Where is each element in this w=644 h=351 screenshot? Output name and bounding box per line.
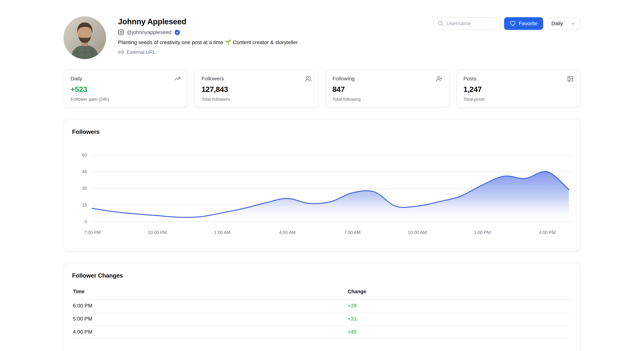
external-url-row: External URL [118,49,298,55]
svg-text:10:00 PM: 10:00 PM [148,230,167,235]
username-search [434,17,500,30]
cell-change: +31 [347,312,572,325]
table-row: 6:00 PM +28 [72,299,572,312]
table-title: Follower Changes [72,272,572,279]
svg-text:4:00 AM: 4:00 AM [279,230,296,235]
stat-sublabel: Total followers [202,97,312,102]
svg-text:0: 0 [84,219,87,224]
profile-bio: Planting seeds of creativity one post at… [118,39,298,46]
svg-text:1:00 AM: 1:00 AM [214,230,230,235]
svg-text:1:00 PM: 1:00 PM [474,230,490,235]
page-container: Johnny Appleseed @johnnyappleseed [64,0,580,351]
favorite-button[interactable]: Favorite [504,17,543,30]
search-icon [438,20,444,28]
cell-change: +45 [347,325,572,338]
stat-sublabel: Total following [332,97,442,102]
stat-sublabel: Total posts [464,97,574,102]
svg-text:15: 15 [82,202,87,207]
cell-change: +28 [347,299,572,312]
header-controls: Favorite Daily [434,17,580,30]
heart-icon [510,21,516,27]
chart-title: Followers [72,128,572,135]
stat-label: Posts [464,76,476,82]
svg-text:7:00 AM: 7:00 AM [344,230,360,235]
avatar [64,17,106,59]
external-url-link[interactable]: External URL [127,49,156,55]
table-row: 4:00 PM +45 [72,325,572,338]
follower-changes-table: Time Change 6:00 PM +28 5:00 PM +31 4:00… [72,289,572,339]
profile-info: Johnny Appleseed @johnnyappleseed [118,17,298,59]
chevron-down-icon [570,21,576,27]
link-icon [118,49,124,55]
profile-name: Johnny Appleseed [118,17,298,26]
column-header-change: Change [347,289,572,299]
profile-block: Johnny Appleseed @johnnyappleseed [64,17,298,59]
username-search-input[interactable] [434,17,500,30]
svg-text:4:00 PM: 4:00 PM [539,230,556,235]
image-icon [567,76,574,82]
cell-time: 6:00 PM [72,299,347,312]
user-plus-icon [436,76,442,82]
profile-handle-row: @johnnyappleseed [118,29,298,36]
table-row: 5:00 PM +31 [72,312,572,325]
stat-card-posts: Posts 1,247 Total posts [456,70,580,108]
stat-value: 847 [332,85,442,94]
period-select[interactable]: Daily [547,17,580,30]
favorite-button-label: Favorite [519,21,538,27]
verified-badge-icon [174,29,180,36]
svg-text:60: 60 [82,153,87,158]
trending-up-icon [174,76,180,82]
svg-text:30: 30 [82,186,87,191]
period-select-value: Daily [551,21,563,27]
svg-text:7:00 PM: 7:00 PM [84,230,100,235]
followers-chart-card: Followers 0153045607:00 PM10:00 PM1:00 A… [64,119,580,252]
chart-svg: 0153045607:00 PM10:00 PM1:00 AM4:00 AM7:… [72,142,573,242]
stat-value: 127,843 [202,85,312,94]
svg-text:10:00 AM: 10:00 AM [408,230,426,235]
stat-sublabel: Follower gain (24h) [70,97,180,102]
stat-label: Following [332,76,354,82]
follower-changes-card: Follower Changes Time Change 6:00 PM +28… [64,263,580,351]
table-header-row: Time Change [72,289,572,299]
users-icon [305,76,312,82]
stat-value: 1,247 [464,85,574,94]
column-header-time: Time [72,289,347,299]
profile-handle: @johnnyappleseed [127,29,172,35]
cell-time: 4:00 PM [72,325,347,338]
stat-label: Followers [202,76,224,82]
stat-value: +523 [70,85,180,94]
stat-label: Daily [70,76,82,82]
svg-text:45: 45 [82,169,87,174]
instagram-icon [118,29,124,35]
stat-card-daily: Daily +523 Follower gain (24h) [64,70,188,108]
avatar-illustration [64,17,106,59]
followers-area-chart: 0153045607:00 PM10:00 PM1:00 AM4:00 AM7:… [72,142,572,242]
profile-header: Johnny Appleseed @johnnyappleseed [64,17,580,59]
stat-card-following: Following 847 Total following [325,70,450,108]
cell-time: 5:00 PM [72,312,347,325]
stat-card-followers: Followers 127,843 Total followers [194,70,319,108]
stats-row: Daily +523 Follower gain (24h) Followers [64,70,580,108]
